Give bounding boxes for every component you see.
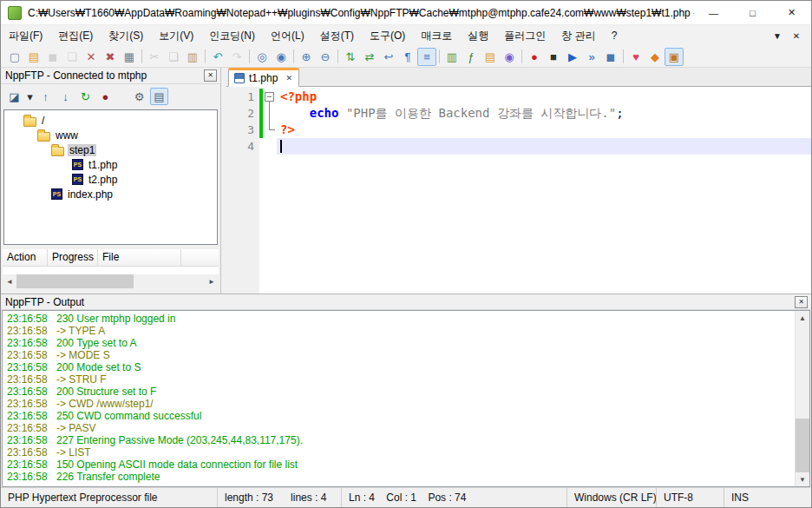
tree-item-t1php[interactable]: PSt1.php — [4, 157, 217, 172]
code-editor[interactable]: 1<?php2 echo "PHP를 이용한 Backend 강좌를 시작합니다… — [226, 87, 811, 294]
queue-column-action[interactable]: Action — [3, 249, 48, 267]
tab-list-dropdown-icon[interactable]: ▼ — [768, 31, 787, 41]
function-list-button[interactable]: ƒ — [462, 48, 481, 66]
output-vertical-scrollbar[interactable]: ▲ ▼ — [795, 311, 809, 486]
ftp-upload-file-icon: ↑ — [43, 91, 49, 102]
show-all-characters-button[interactable]: ¶ — [398, 48, 417, 66]
paste-button[interactable]: ▥ — [183, 48, 202, 66]
indent-guide-button[interactable]: ≡ — [417, 48, 436, 66]
output-panel-close-icon[interactable]: ✕ — [795, 296, 808, 308]
fold-margin[interactable] — [263, 89, 277, 105]
file-monitoring-icon: ◉ — [504, 51, 514, 63]
tab-close-icon[interactable]: ✕ — [285, 74, 292, 82]
close-button[interactable]: ✕ — [772, 1, 811, 24]
print-button[interactable]: ▦ — [120, 48, 139, 66]
queue-column-progress[interactable]: Progress — [48, 249, 98, 267]
replace-button[interactable]: ◉ — [272, 48, 291, 66]
ftp-connect-dropdown-button[interactable]: ▾ — [25, 88, 35, 105]
save-all-button[interactable]: ❏ — [62, 48, 82, 66]
ftp-refresh-button[interactable]: ↻ — [76, 88, 95, 105]
menu-item-0[interactable]: 파일(F) — [1, 25, 50, 46]
undo-button[interactable]: ↶ — [208, 48, 227, 66]
menu-item-11[interactable]: 창 관리 — [553, 25, 603, 46]
cut-button[interactable]: ✂ — [145, 48, 164, 66]
save-button[interactable]: ◼ — [43, 48, 62, 66]
tab-t1-php[interactable]: t1.php ✕ — [228, 68, 299, 87]
menu-item-6[interactable]: 설정(T) — [312, 25, 362, 46]
document-close-icon[interactable]: ✕ — [787, 31, 806, 41]
copy-button[interactable]: ❏ — [164, 48, 183, 66]
macro-record-button[interactable]: ● — [525, 48, 544, 66]
code-text[interactable]: <?php — [277, 89, 811, 105]
tree-item-label: step1 — [68, 144, 96, 156]
code-text[interactable]: echo "PHP를 이용한 Backend 강좌를 시작합니다."; — [277, 105, 811, 122]
sync-vertical-scrolling-icon: ⇅ — [346, 51, 356, 63]
tree-item-indexphp[interactable]: PSindex.php — [4, 187, 217, 201]
zoom-in-button[interactable]: ⊕ — [297, 48, 316, 66]
toolbar-separator — [521, 49, 522, 63]
code-text[interactable] — [277, 138, 811, 155]
macro-run-multiple-button[interactable]: » — [582, 48, 601, 66]
zoom-out-button[interactable]: ⊖ — [316, 48, 335, 66]
menu-item-9[interactable]: 실행 — [460, 25, 496, 46]
tree-item-[interactable]: / — [4, 113, 217, 128]
copy-icon: ❏ — [168, 51, 179, 63]
menu-item-12[interactable]: ? — [604, 25, 625, 46]
open-file-button[interactable]: ▤ — [24, 48, 43, 66]
find-button[interactable]: ◎ — [252, 48, 272, 66]
scroll-down-icon[interactable]: ▼ — [796, 472, 809, 486]
maximize-button[interactable]: □ — [733, 1, 772, 24]
new-file-button[interactable]: ▢ — [5, 48, 24, 66]
ftp-download-file-button[interactable]: ↓ — [56, 88, 75, 105]
folder-as-workspace-button[interactable]: ▤ — [481, 48, 500, 66]
scroll-up-icon[interactable]: ▲ — [796, 311, 809, 325]
menu-item-7[interactable]: 도구(O) — [362, 25, 413, 46]
macro-play-button[interactable]: ▶ — [563, 48, 582, 66]
close-all-documents-button[interactable]: ✖ — [101, 48, 120, 66]
menu-item-3[interactable]: 보기(V) — [151, 25, 201, 46]
plugin-diamond-button[interactable]: ◆ — [645, 48, 665, 66]
menu-bar: 파일(F)편집(E)찾기(S)보기(V)인코딩(N)언어(L)설정(T)도구(O… — [1, 25, 811, 46]
queue-column-filler — [181, 249, 219, 267]
plugin-heart-button[interactable]: ♥ — [626, 48, 645, 66]
word-wrap-button[interactable]: ↩ — [379, 48, 398, 66]
scrollbar-thumb[interactable] — [796, 419, 809, 472]
document-map-button[interactable]: ▥ — [442, 48, 462, 66]
tree-item-www[interactable]: www — [4, 128, 217, 142]
scroll-left-icon[interactable]: ◄ — [3, 274, 16, 288]
code-line-3: 3?> — [226, 122, 811, 138]
ftp-messages-window-button[interactable]: ▤ — [150, 88, 168, 105]
scrollbar-track[interactable] — [16, 274, 205, 288]
menu-item-2[interactable]: 찾기(S) — [101, 25, 151, 46]
redo-button[interactable]: ↷ — [227, 48, 246, 66]
sync-vertical-scrolling-button[interactable]: ⇅ — [341, 48, 360, 66]
sync-horizontal-scrolling-button[interactable]: ⇄ — [360, 48, 379, 66]
save-icon: ◼ — [49, 51, 58, 63]
tree-item-step1[interactable]: step1 — [4, 142, 217, 157]
tree-item-t2php[interactable]: PSt2.php — [4, 172, 217, 187]
ftp-upload-file-button[interactable]: ↑ — [36, 88, 55, 105]
menu-item-10[interactable]: 플러그인 — [496, 25, 553, 46]
log-line: 23:16:58250 CWD command successful — [3, 410, 794, 422]
ftp-abort-button[interactable]: ● — [96, 88, 115, 105]
menu-item-8[interactable]: 매크로 — [413, 25, 460, 46]
ftp-settings-button[interactable]: ⚙ — [130, 88, 148, 105]
menu-item-5[interactable]: 언어(L) — [263, 25, 312, 46]
fold-margin — [263, 122, 277, 138]
ftp-connect-button[interactable]: ◪ — [5, 88, 23, 105]
nppftp-show-button[interactable]: ▣ — [665, 48, 684, 66]
code-text[interactable]: ?> — [277, 122, 811, 138]
queue-column-file[interactable]: File — [98, 249, 181, 267]
menu-item-4[interactable]: 인코딩(N) — [201, 25, 263, 46]
macro-save-button[interactable]: ◼ — [601, 48, 620, 66]
scrollbar-thumb[interactable] — [16, 274, 134, 288]
minimize-button[interactable]: — — [694, 1, 733, 24]
nppftp-panel-close-icon[interactable]: ✕ — [204, 69, 217, 82]
macro-stop-button[interactable]: ■ — [544, 48, 563, 66]
menu-item-1[interactable]: 편집(E) — [50, 25, 101, 46]
sidebar-horizontal-scrollbar[interactable]: ◄ ► — [3, 274, 219, 288]
scroll-right-icon[interactable]: ► — [205, 274, 219, 288]
close-document-button[interactable]: ✕ — [82, 48, 101, 66]
file-monitoring-button[interactable]: ◉ — [500, 48, 519, 66]
find-icon: ◎ — [257, 51, 266, 63]
